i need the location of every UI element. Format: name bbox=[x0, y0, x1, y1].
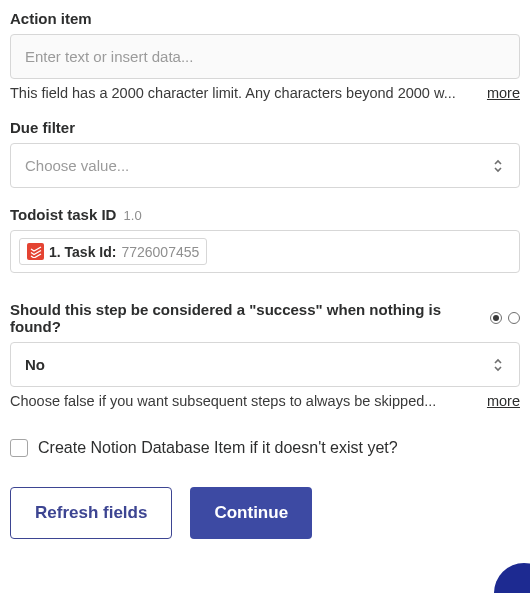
action-item-helper-row: This field has a 2000 character limit. A… bbox=[10, 85, 520, 101]
task-id-label: Todoist task ID 1.0 bbox=[10, 206, 520, 223]
due-filter-field: Due filter Choose value... bbox=[10, 119, 520, 188]
success-step-radio-a[interactable] bbox=[490, 312, 502, 324]
success-step-helper-row: Choose false if you want subsequent step… bbox=[10, 393, 520, 409]
success-step-label: Should this step be considered a "succes… bbox=[10, 301, 480, 335]
continue-button[interactable]: Continue bbox=[190, 487, 312, 539]
due-filter-select[interactable]: Choose value... bbox=[10, 143, 520, 188]
action-item-input[interactable]: Enter text or insert data... bbox=[10, 34, 520, 79]
task-id-field: Todoist task ID 1.0 1. Task Id: 77260074… bbox=[10, 206, 520, 273]
create-notion-checkbox[interactable] bbox=[10, 439, 28, 457]
task-id-suffix: 1.0 bbox=[124, 208, 142, 223]
action-item-helper: This field has a 2000 character limit. A… bbox=[10, 85, 469, 101]
action-item-field: Action item Enter text or insert data...… bbox=[10, 10, 520, 101]
task-id-token-label: 1. Task Id: bbox=[49, 244, 116, 260]
action-item-label: Action item bbox=[10, 10, 520, 27]
button-row: Refresh fields Continue bbox=[10, 487, 520, 539]
success-step-radio-group bbox=[490, 312, 520, 324]
success-step-select[interactable]: No bbox=[10, 342, 520, 387]
success-step-field: Should this step be considered a "succes… bbox=[10, 301, 520, 409]
action-item-more-link[interactable]: more bbox=[487, 85, 520, 101]
action-item-placeholder: Enter text or insert data... bbox=[25, 48, 193, 65]
task-id-input[interactable]: 1. Task Id: 7726007455 bbox=[10, 230, 520, 273]
chevron-updown-icon bbox=[491, 357, 505, 373]
success-step-label-row: Should this step be considered a "succes… bbox=[10, 301, 520, 335]
chevron-updown-icon bbox=[491, 158, 505, 174]
task-id-token[interactable]: 1. Task Id: 7726007455 bbox=[19, 238, 207, 265]
task-id-label-text: Todoist task ID bbox=[10, 206, 116, 223]
success-step-value: No bbox=[25, 356, 45, 373]
todoist-icon bbox=[27, 243, 44, 260]
refresh-fields-button[interactable]: Refresh fields bbox=[10, 487, 172, 539]
task-id-token-value: 7726007455 bbox=[121, 244, 199, 260]
due-filter-label: Due filter bbox=[10, 119, 520, 136]
due-filter-placeholder: Choose value... bbox=[25, 157, 129, 174]
success-step-radio-b[interactable] bbox=[508, 312, 520, 324]
create-notion-label: Create Notion Database Item if it doesn'… bbox=[38, 439, 398, 457]
success-step-helper: Choose false if you want subsequent step… bbox=[10, 393, 469, 409]
success-step-more-link[interactable]: more bbox=[487, 393, 520, 409]
create-notion-row[interactable]: Create Notion Database Item if it doesn'… bbox=[10, 439, 520, 457]
